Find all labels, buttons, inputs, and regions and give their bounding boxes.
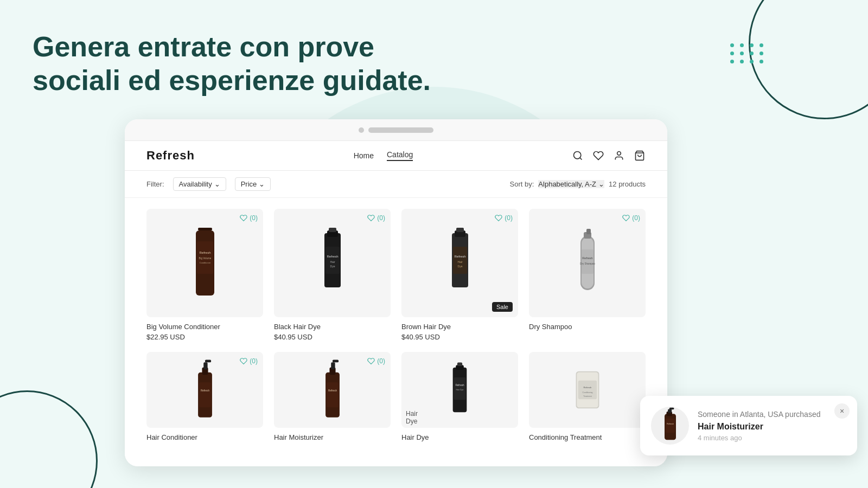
svg-rect-57: [668, 409, 672, 413]
product-spray-1: Refresh Dry Shampoo: [569, 222, 607, 304]
svg-text:Refresh: Refresh: [455, 384, 464, 387]
svg-rect-19: [456, 228, 464, 232]
svg-rect-40: [333, 360, 339, 363]
svg-text:Hair Dye: Hair Dye: [456, 389, 463, 391]
product-name-4: Dry Shampoo: [529, 323, 646, 331]
wishlist-btn-6[interactable]: (0): [367, 357, 385, 365]
product-card-2[interactable]: (0) Refresh Hair Dye Black Hair Dye $40.…: [274, 209, 391, 341]
wishlist-btn-3[interactable]: (0): [495, 214, 513, 222]
svg-text:Dye: Dye: [457, 265, 462, 268]
product-card-3[interactable]: (0) Refresh Hair Dye Sale Brown Hair Dy: [401, 209, 518, 341]
svg-text:Refresh: Refresh: [454, 255, 465, 258]
product-card-5[interactable]: (0) Refresh Hair Conditioner: [146, 352, 263, 444]
notification-content: Someone in Atlanta, USA purchased Hair M…: [698, 409, 846, 442]
product-name-8: Conditioning Treatment: [529, 433, 646, 441]
svg-point-0: [573, 152, 580, 159]
notif-product-image: Refresh: [655, 407, 685, 445]
hero-section: Genera entrate con prove sociali ed espe…: [33, 30, 439, 98]
sale-badge: Sale: [492, 302, 513, 312]
account-icon[interactable]: [613, 150, 625, 162]
svg-text:Refresh: Refresh: [328, 389, 337, 392]
sort-label: Sort by:: [510, 180, 534, 188]
notification-close-button[interactable]: ×: [834, 403, 850, 419]
product-image-wrap-4: (0) Refresh Dry Shampoo: [529, 209, 646, 317]
filter-left: Filter: Availability ⌄ Price ⌄: [146, 177, 271, 191]
product-image-wrap-7: Refresh Hair Dye HairDye: [401, 352, 518, 428]
svg-text:Refresh: Refresh: [200, 389, 209, 392]
product-price-3: $40.95 USD: [401, 333, 518, 341]
product-card-8[interactable]: Refresh Conditioning Treatment Condition…: [529, 352, 646, 444]
availability-filter[interactable]: Availability ⌄: [173, 177, 226, 191]
device-dot: [359, 127, 364, 133]
product-tube-3: Refresh Hair Dye: [445, 360, 475, 420]
product-price-1: $22.95 USD: [146, 333, 263, 341]
wishlist-btn-2[interactable]: (0): [367, 214, 385, 222]
product-name-5: Hair Conditioner: [146, 433, 263, 441]
price-filter[interactable]: Price ⌄: [235, 177, 271, 191]
svg-rect-28: [582, 249, 593, 274]
store-nav: Home Catalog: [354, 150, 413, 161]
product-pump-2: Refresh: [316, 357, 349, 422]
products-grid: (0) Refresh Big Volume Conditioner Big V…: [125, 198, 667, 453]
svg-text:Refresh: Refresh: [583, 386, 592, 389]
svg-rect-4: [198, 228, 212, 230]
svg-rect-34: [205, 360, 211, 363]
product-card-4[interactable]: (0) Refresh Dry Shampoo Dry Shampoo: [529, 209, 646, 341]
product-name-7: Hair Dye: [401, 433, 518, 441]
svg-text:Treatment: Treatment: [583, 395, 591, 397]
search-icon[interactable]: [572, 150, 584, 162]
product-pump-1: Refresh: [189, 357, 221, 422]
wishlist-btn-4[interactable]: (0): [622, 214, 640, 222]
product-tube-2: Refresh Hair Dye: [441, 222, 479, 304]
wishlist-btn-5[interactable]: (0): [240, 357, 258, 365]
nav-catalog[interactable]: Catalog: [387, 150, 413, 161]
svg-text:Dry Shampoo: Dry Shampoo: [580, 262, 595, 265]
filter-bar: Filter: Availability ⌄ Price ⌄ Sort by: …: [125, 171, 667, 198]
svg-rect-39: [331, 362, 335, 369]
product-image-wrap-8: Refresh Conditioning Treatment: [529, 352, 646, 428]
product-name-1: Big Volume Conditioner: [146, 323, 263, 331]
store-icons: [572, 150, 646, 162]
product-image-wrap-2: (0) Refresh Hair Dye: [274, 209, 391, 317]
product-card-6[interactable]: (0) Refresh Hair Moisturizer: [274, 352, 391, 444]
store-header: Refresh Home Catalog: [125, 141, 667, 171]
svg-rect-12: [329, 228, 336, 232]
notification-location: Someone in Atlanta, USA purchased: [698, 409, 846, 420]
svg-line-1: [580, 158, 582, 160]
nav-home[interactable]: Home: [354, 151, 374, 160]
hero-title: Genera entrate con prove sociali ed espe…: [33, 30, 439, 98]
notification-product: Hair Moisturizer: [698, 422, 846, 432]
svg-point-2: [617, 152, 621, 156]
store-container: Refresh Home Catalog: [125, 141, 667, 466]
svg-text:Hair: Hair: [457, 260, 463, 264]
svg-text:Dye: Dye: [330, 265, 335, 268]
device-top-bar: [125, 119, 667, 141]
notification-avatar: Refresh: [651, 407, 689, 445]
product-name-3: Brown Hair Dye: [401, 323, 518, 331]
svg-text:Refresh: Refresh: [582, 256, 592, 260]
sort-select[interactable]: Alphabetically, A-Z ⌄: [538, 180, 604, 188]
wishlist-btn-1[interactable]: (0): [240, 214, 258, 222]
svg-rect-41: [326, 382, 338, 407]
wishlist-icon[interactable]: [592, 150, 604, 162]
product-image-wrap-5: (0) Refresh: [146, 352, 263, 428]
svg-text:Hair: Hair: [330, 260, 335, 264]
svg-rect-35: [199, 382, 210, 407]
svg-rect-27: [586, 229, 591, 234]
product-card-1[interactable]: (0) Refresh Big Volume Conditioner Big V…: [146, 209, 263, 341]
product-name-2: Black Hair Dye: [274, 323, 391, 331]
product-image-wrap-1: (0) Refresh Big Volume Conditioner: [146, 209, 263, 317]
product-name-6: Hair Moisturizer: [274, 433, 391, 441]
product-image-wrap-3: (0) Refresh Hair Dye Sale: [401, 209, 518, 317]
product-image-wrap-6: (0) Refresh: [274, 352, 391, 428]
notification-popup: Refresh Someone in Atlanta, USA purchase…: [640, 396, 857, 455]
filter-label: Filter:: [146, 180, 164, 188]
product-bottle-1: Refresh Big Volume Conditioner: [186, 222, 224, 304]
product-card-7[interactable]: Refresh Hair Dye HairDye Hair Dye: [401, 352, 518, 444]
product-tube-1: Refresh Hair Dye: [314, 222, 352, 304]
svg-text:Conditioning: Conditioning: [582, 391, 592, 394]
svg-rect-59: [665, 419, 675, 433]
product-price-2: $40.95 USD: [274, 333, 391, 341]
cart-icon[interactable]: [634, 150, 646, 162]
svg-text:Conditioner: Conditioner: [199, 261, 210, 264]
